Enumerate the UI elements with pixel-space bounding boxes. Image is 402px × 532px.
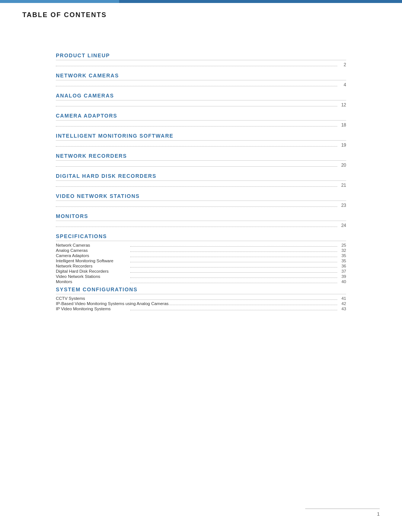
syscfg-label-ip-based: IP-Based Video Monitoring Systems using …	[56, 301, 169, 306]
toc-dots	[56, 206, 337, 207]
toc-section-digital-hard-disk: DIGITAL HARD DISK RECORDERS 21	[56, 173, 346, 191]
specs-dots	[130, 257, 337, 257]
specs-page-digital-hard-disk: 37	[339, 269, 346, 273]
toc-heading-product-lineup: PRODUCT LINEUP	[56, 52, 346, 60]
toc-section-camera-adaptors: CAMERA ADAPTORS 18	[56, 113, 346, 131]
specs-item-intelligent-monitoring: Intelligent Monitoring Software 35	[56, 258, 346, 263]
syscfg-item-ip-based: IP-Based Video Monitoring Systems using …	[56, 301, 346, 306]
specs-page-network-cameras: 25	[339, 243, 346, 247]
specifications-section: SPECIFICATIONS Network Cameras 25 Analog…	[56, 233, 346, 284]
specs-dots	[130, 283, 337, 283]
toc-heading-network-recorders: NETWORK RECORDERS	[56, 153, 346, 161]
specs-dots	[130, 267, 337, 267]
toc-heading-intelligent-monitoring: INTELLIGENT MONITORING SOFTWARE	[56, 133, 346, 141]
syscfg-page-ip-based: 42	[339, 301, 346, 306]
specs-label-digital-hard-disk: Digital Hard Disk Recorders	[56, 269, 130, 273]
toc-heading-video-network-stations: VIDEO NETWORK STATIONS	[56, 193, 346, 201]
specifications-heading: SPECIFICATIONS	[56, 233, 346, 241]
toc-container: PRODUCT LINEUP 2 NETWORK CAMERAS 4 ANALO…	[34, 45, 368, 329]
footer-page-number: 1	[377, 511, 380, 517]
specs-dots	[130, 251, 337, 252]
specs-page-network-recorders: 36	[339, 264, 346, 268]
syscfg-label-cctv: CCTV Systems	[56, 296, 130, 301]
toc-dots-line-intelligent-monitoring: 19	[56, 141, 346, 151]
specs-dots	[130, 262, 337, 262]
toc-page-digital-hard-disk: 21	[339, 183, 346, 188]
specs-label-intelligent-monitoring: Intelligent Monitoring Software	[56, 259, 130, 263]
specs-item-digital-hard-disk: Digital Hard Disk Recorders 37	[56, 269, 346, 274]
toc-heading-analog-cameras: ANALOG CAMERAS	[56, 93, 346, 100]
specs-page-monitors: 40	[339, 279, 346, 284]
toc-dots-line-camera-adaptors: 18	[56, 121, 346, 131]
specs-item-network-recorders: Network Recorders 36	[56, 263, 346, 269]
specs-dots	[130, 299, 337, 300]
toc-section-intelligent-monitoring: INTELLIGENT MONITORING SOFTWARE 19	[56, 133, 346, 151]
toc-page-video-network-stations: 23	[339, 203, 346, 208]
toc-dots	[56, 86, 337, 86]
system-configurations-section: SYSTEM CONFIGURATIONS CCTV Systems 41 IP…	[56, 286, 346, 311]
specs-label-network-recorders: Network Recorders	[56, 264, 130, 268]
syscfg-item-ip-video: IP Video Monitoring Systems 43	[56, 306, 346, 311]
toc-page-camera-adaptors: 18	[339, 122, 346, 128]
specs-item-network-cameras: Network Cameras 25	[56, 243, 346, 248]
toc-dots-line-video-network-stations: 23	[56, 202, 346, 211]
specs-item-analog-cameras: Analog Cameras 32	[56, 248, 346, 253]
syscfg-label-ip-video: IP Video Monitoring Systems	[56, 307, 130, 311]
syscfg-item-cctv: CCTV Systems 41	[56, 296, 346, 301]
syscfg-page-cctv: 41	[339, 296, 346, 301]
toc-dots-line-digital-hard-disk: 21	[56, 182, 346, 191]
toc-page-analog-cameras: 12	[339, 102, 346, 108]
specs-page-intelligent-monitoring: 35	[339, 259, 346, 263]
toc-heading-network-cameras: NETWORK CAMERAS	[56, 73, 346, 80]
specs-dots	[130, 310, 337, 310]
specs-item-monitors: Monitors 40	[56, 279, 346, 284]
specs-label-video-network-stations: Video Network Stations	[56, 274, 130, 279]
toc-dots	[56, 146, 337, 147]
toc-dots	[56, 166, 337, 167]
toc-dots	[56, 227, 337, 227]
toc-section-monitors: MONITORS 24	[56, 213, 346, 231]
toc-page-network-recorders: 20	[339, 163, 346, 168]
toc-dots	[56, 186, 337, 187]
specs-item-video-network-stations: Video Network Stations 39	[56, 274, 346, 279]
specs-dots	[169, 305, 337, 305]
footer: 1	[305, 509, 380, 517]
toc-section-analog-cameras: ANALOG CAMERAS 12	[56, 93, 346, 110]
toc-dots-line-analog-cameras: 12	[56, 101, 346, 110]
toc-dots-line-product-lineup: 2	[56, 61, 346, 70]
toc-section-network-recorders: NETWORK RECORDERS 20	[56, 153, 346, 171]
specs-label-network-cameras: Network Cameras	[56, 243, 130, 247]
specs-page-camera-adaptors: 35	[339, 253, 346, 258]
system-configurations-heading: SYSTEM CONFIGURATIONS	[56, 286, 346, 294]
page-title: TABLE OF CONTENTS	[22, 11, 380, 19]
toc-dots	[56, 66, 337, 66]
toc-heading-monitors: MONITORS	[56, 213, 346, 221]
toc-dots	[56, 126, 337, 126]
syscfg-page-ip-video: 43	[339, 307, 346, 311]
toc-page-product-lineup: 2	[339, 62, 346, 67]
toc-section-video-network-stations: VIDEO NETWORK STATIONS 23	[56, 193, 346, 211]
toc-dots-line-network-recorders: 20	[56, 161, 346, 171]
specs-dots	[130, 278, 337, 278]
specs-label-monitors: Monitors	[56, 279, 130, 284]
specs-label-analog-cameras: Analog Cameras	[56, 248, 130, 253]
toc-section-product-lineup: PRODUCT LINEUP 2	[56, 52, 346, 70]
toc-section-network-cameras: NETWORK CAMERAS 4	[56, 73, 346, 90]
specs-dots	[130, 246, 337, 247]
specs-dots	[130, 272, 337, 273]
specs-page-analog-cameras: 32	[339, 248, 346, 253]
toc-page-monitors: 24	[339, 223, 346, 228]
specs-page-video-network-stations: 39	[339, 274, 346, 279]
toc-page-intelligent-monitoring: 19	[339, 142, 346, 148]
specs-label-camera-adaptors: Camera Adaptors	[56, 253, 130, 258]
specs-item-camera-adaptors: Camera Adaptors 35	[56, 253, 346, 258]
toc-page-network-cameras: 4	[339, 82, 346, 87]
page-header: TABLE OF CONTENTS	[0, 0, 402, 23]
toc-heading-camera-adaptors: CAMERA ADAPTORS	[56, 113, 346, 121]
toc-dots-line-network-cameras: 4	[56, 81, 346, 90]
toc-dots-line-monitors: 24	[56, 222, 346, 231]
top-accent	[0, 0, 119, 3]
toc-heading-digital-hard-disk: DIGITAL HARD DISK RECORDERS	[56, 173, 346, 181]
toc-dots	[56, 106, 337, 106]
